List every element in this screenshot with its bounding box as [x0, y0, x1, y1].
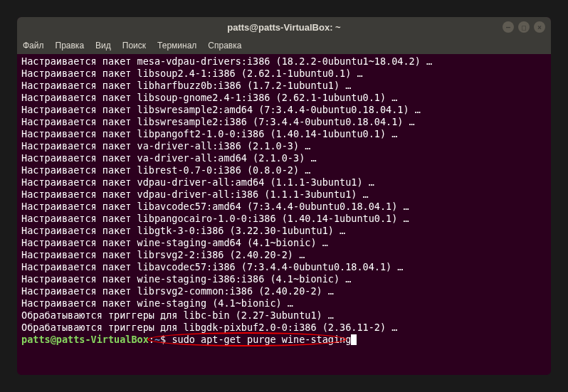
output-line: Настраивается пакет libswresample2:amd64…	[21, 104, 547, 116]
prompt-colon: :	[149, 334, 154, 346]
output-line: Настраивается пакет libsoup-gnome2.4-1:i…	[21, 92, 547, 104]
window-title: patts@patts-VirtualBox: ~	[227, 22, 340, 33]
menu-view[interactable]: Вид	[95, 41, 111, 51]
output-line: Настраивается пакет libavcodec57:i386 (7…	[21, 261, 547, 273]
output-line: Обрабатываются триггеры для libc-bin (2.…	[21, 309, 547, 322]
terminal-window: patts@patts-VirtualBox: ~ – □ × Файл Пра…	[17, 17, 551, 375]
prompt-line: patts@patts-VirtualBox:~$ sudo apt-get p…	[21, 334, 547, 346]
command-input[interactable]: sudo apt-get purge wine-staging	[172, 334, 351, 346]
prompt-path: ~	[154, 334, 160, 346]
prompt-dollar: $	[160, 334, 166, 346]
prompt-user: patts@patts-VirtualBox	[21, 334, 149, 346]
menu-terminal[interactable]: Терминал	[157, 41, 196, 51]
output-line: Настраивается пакет libgtk-3-0:i386 (3.2…	[21, 225, 547, 237]
output-line: Настраивается пакет libavcodec57:amd64 (…	[21, 201, 547, 213]
window-controls: – □ ×	[503, 21, 545, 33]
close-button[interactable]: ×	[534, 21, 545, 33]
output-line: Настраивается пакет wine-staging (4.1~bi…	[21, 297, 547, 309]
menu-file[interactable]: Файл	[23, 41, 44, 51]
titlebar: patts@patts-VirtualBox: ~ – □ ×	[17, 17, 551, 37]
output-line: Настраивается пакет libharfbuzz0b:i386 (…	[21, 80, 547, 92]
output-line: Настраивается пакет libpangoft2-1.0-0:i3…	[21, 128, 547, 140]
output-line: Настраивается пакет vdpau-driver-all:amd…	[21, 176, 547, 189]
output-line: Настраивается пакет libswresample2:i386 …	[21, 116, 547, 128]
menu-help[interactable]: Справка	[208, 41, 241, 51]
output-line: Настраивается пакет va-driver-all:amd64 …	[21, 152, 547, 164]
output-line: Настраивается пакет vdpau-driver-all:i38…	[21, 189, 547, 201]
output-line: Настраивается пакет va-driver-all:i386 (…	[21, 140, 547, 152]
maximize-button[interactable]: □	[518, 21, 530, 33]
output-line: Настраивается пакет libpangocairo-1.0-0:…	[21, 213, 547, 225]
output-line: Настраивается пакет mesa-vdpau-drivers:i…	[21, 55, 547, 68]
minimize-button[interactable]: –	[503, 21, 514, 33]
output-line: Настраивается пакет libsoup2.4-1:i386 (2…	[21, 68, 547, 80]
cursor	[351, 334, 357, 345]
menubar: Файл Правка Вид Поиск Терминал Справка	[17, 37, 551, 54]
output-line: Настраивается пакет wine-staging-amd64 (…	[21, 237, 547, 249]
menu-search[interactable]: Поиск	[122, 41, 146, 51]
output-line: Настраивается пакет librsvg2-common:i386…	[21, 285, 547, 297]
menu-edit[interactable]: Правка	[56, 41, 85, 51]
terminal-output[interactable]: Настраивается пакет mesa-vdpau-drivers:i…	[17, 54, 551, 375]
output-line: Настраивается пакет librest-0.7-0:i386 (…	[21, 164, 547, 176]
output-line: Обрабатываются триггеры для libgdk-pixbu…	[21, 322, 547, 334]
output-line: Настраивается пакет librsvg2-2:i386 (2.4…	[21, 249, 547, 261]
output-line: Настраивается пакет wine-staging-i386:i3…	[21, 273, 547, 285]
